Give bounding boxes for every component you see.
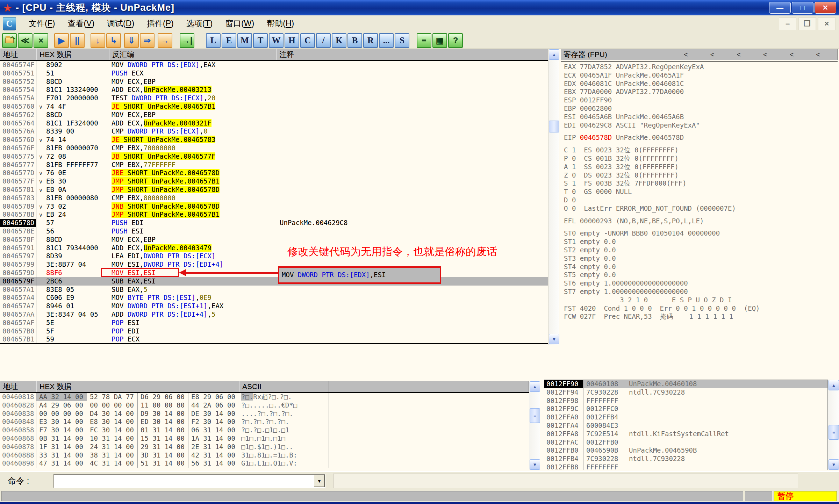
run-to-selection-button[interactable]: → xyxy=(158,33,172,48)
disasm-row[interactable]: 0046578D57PUSH EDIUnPackMe.004629C8 xyxy=(0,219,548,227)
disasm-row[interactable]: 00465775v72 08JB SHORT UnPackMe.0046577F xyxy=(0,152,548,161)
collapse-chevron-icon[interactable]: < xyxy=(710,51,715,59)
executables-window-button[interactable]: E xyxy=(222,33,236,48)
log-window-button[interactable]: L xyxy=(206,33,221,48)
stack-row[interactable]: 0012FFA4600084E3 xyxy=(544,422,827,430)
collapse-chevron-icon[interactable]: < xyxy=(790,51,794,59)
register-line[interactable]: O 0 LastErr ERROR_MOD_NOT_FOUND (0000007… xyxy=(564,204,838,213)
disasm-row[interactable]: 004657AA3E:8347 04 05ADD DWORD PTR DS:[E… xyxy=(0,310,548,319)
register-line[interactable]: ST4 empty 0.0 xyxy=(564,263,838,271)
run-trace-window-button[interactable]: ... xyxy=(379,33,394,48)
disasm-row[interactable]: 0046575151PUSH ECX xyxy=(0,69,548,78)
combo-dropdown-icon[interactable]: ▼ xyxy=(314,475,325,487)
help-button[interactable]: ? xyxy=(448,33,463,48)
disasm-row[interactable]: 0046578BvEB 24JMP SHORT UnPackMe.004657B… xyxy=(0,210,548,219)
menu-item-w[interactable]: 窗口(W) xyxy=(219,16,260,31)
register-line[interactable]: T 0 GS 0000 NULL xyxy=(564,188,838,196)
register-line[interactable]: ST1 empty 0.0 xyxy=(564,238,838,246)
register-line[interactable]: ST3 empty 0.0 xyxy=(564,254,838,263)
menu-item-d[interactable]: 调试(D) xyxy=(101,16,141,31)
register-line[interactable]: ST6 empty 1.0000000000000000000 xyxy=(564,279,838,288)
appearance-button[interactable]: ▦ xyxy=(432,33,447,48)
register-line[interactable]: A 1 SS 0023 32位 0(FFFFFFFF) xyxy=(564,163,838,171)
register-line[interactable]: D 0 xyxy=(564,196,838,204)
menu-item-p[interactable]: 插件(P) xyxy=(141,16,180,31)
disasm-row[interactable]: 0046578E56PUSH ESI xyxy=(0,227,548,236)
register-line[interactable]: ESI 00465A6B UnPackMe.00465A6B xyxy=(564,113,838,121)
dump-row[interactable]: 00460858F7 30 14 00FC 30 14 0001 31 14 0… xyxy=(0,426,529,434)
register-line[interactable]: ST5 empty 0.0 xyxy=(564,271,838,279)
disasm-row[interactable]: 0046576481C1 1F324000ADD ECX,UnPackMe.00… xyxy=(0,119,548,128)
step-over-button[interactable]: ↳ xyxy=(106,33,121,48)
stack-row[interactable]: 0012FF98FFFFFFFF xyxy=(544,397,827,405)
dump-row[interactable]: 00460818AA 32 14 0052 78 DA 77D6 29 06 0… xyxy=(0,393,529,401)
mdi-close-button[interactable]: × xyxy=(818,17,836,30)
register-line[interactable]: EIP 0046578D UnPackMe.0046578D xyxy=(564,134,838,142)
stack-row[interactable]: 0012FF9C0012FFC0 xyxy=(544,405,827,413)
dump-row[interactable]: 00460848E3 30 14 00E8 30 14 00ED 30 14 0… xyxy=(0,418,529,426)
maximize-button[interactable]: □ xyxy=(792,2,813,14)
disasm-row[interactable]: 00465781vEB 0AJMP SHORT UnPackMe.0046578… xyxy=(0,186,548,194)
disasm-scrollbar[interactable]: ▲ ▼ xyxy=(548,49,559,345)
register-line[interactable]: ST7 empty 1.0000000000000000000 xyxy=(564,288,838,296)
call-stack-window-button[interactable]: K xyxy=(332,33,346,48)
disasm-row[interactable]: 0046577Dv76 0EJBE SHORT UnPackMe.0046578… xyxy=(0,169,548,177)
disasm-row[interactable]: 0046578F8BCDMOV ECX,EBP xyxy=(0,236,548,244)
scroll-up-icon[interactable]: ▲ xyxy=(530,381,540,392)
disasm-row[interactable]: 004657993E:8B77 04MOV ESI,DWORD PTR DS:[… xyxy=(0,260,548,269)
register-line[interactable]: ESP 0012FF90 xyxy=(564,96,838,105)
register-line[interactable]: EDX 0046081C UnPackMe.0046081C xyxy=(564,80,838,88)
register-line[interactable]: FST 4020 Cond 1 0 0 0 Err 0 0 1 0 0 0 0 … xyxy=(564,304,838,313)
restart-button[interactable]: ≪ xyxy=(18,33,33,48)
register-line[interactable]: S 1 FS 003B 32位 7FFDF000(FFF) xyxy=(564,179,838,188)
disasm-row[interactable]: 0046575481C1 13324000ADD ECX,UnPackMe.00… xyxy=(0,86,548,94)
disasm-row[interactable]: 0046577781FB FFFFFF77CMP EBX,77FFFFFF xyxy=(0,161,548,169)
scroll-down-icon[interactable]: ▼ xyxy=(530,459,540,470)
register-line[interactable]: EFL 00000293 (NO,B,NE,BE,S,PO,L,LE) xyxy=(564,217,838,225)
disasm-row[interactable]: 0046576A8339 00CMP DWORD PTR DS:[ECX],0 xyxy=(0,127,548,136)
source-window-button[interactable]: S xyxy=(395,33,409,48)
references-window-button[interactable]: R xyxy=(363,33,378,48)
patches-window-button[interactable]: / xyxy=(316,33,331,48)
mdi-minimize-button[interactable]: – xyxy=(779,17,796,30)
disasm-row[interactable]: 0046577FvEB 30JMP SHORT UnPackMe.004657B… xyxy=(0,177,548,186)
stack-row[interactable]: 0012FFB8FFFFFFFF xyxy=(544,463,827,470)
disasm-row[interactable]: 004657A78946 01MOV DWORD PTR DS:[ESI+1],… xyxy=(0,302,548,310)
memory-window-button[interactable]: M xyxy=(237,33,252,48)
register-line[interactable] xyxy=(564,225,838,229)
register-line[interactable]: EBX 77DA0000 ADVAPI32.77DA0000 xyxy=(564,88,838,96)
pause-button[interactable]: || xyxy=(70,33,85,48)
disasm-row[interactable]: 0046575AF701 20000000TEST DWORD PTR DS:[… xyxy=(0,94,548,102)
register-line[interactable]: EDI 004629C8 ASCII "RegOpenKeyExA" xyxy=(564,121,838,130)
open-file-button[interactable]: ↷ xyxy=(2,33,17,48)
step-into-button[interactable]: ↓ xyxy=(91,33,105,48)
register-line[interactable]: P 0 CS 001B 32位 0(FFFFFFFF) xyxy=(564,154,838,163)
disasm-row[interactable]: 00465789v73 02JNB SHORT UnPackMe.0046578… xyxy=(0,202,548,211)
threads-window-button[interactable]: T xyxy=(253,33,268,48)
register-line[interactable] xyxy=(564,213,838,217)
stack-pane[interactable]: 0012FF9000460108UnPackMe.004601080012FF9… xyxy=(544,380,828,470)
disassembly-pane[interactable]: 0046574F8902MOV DWORD PTR DS:[EDX],EAX00… xyxy=(0,60,548,343)
scroll-up-icon[interactable]: ▲ xyxy=(829,380,839,390)
disasm-row[interactable]: 0046579F2BC6SUB EAX,ESI xyxy=(0,277,548,286)
register-line[interactable]: EAX 77DA7852 ADVAPI32.RegOpenKeyExA xyxy=(564,63,838,71)
register-line[interactable]: ST2 empty 0.0 xyxy=(564,246,838,254)
execute-till-return-button[interactable]: →| xyxy=(180,33,194,48)
disasm-row[interactable]: 004657AF5EPOP ESI xyxy=(0,319,548,327)
disasm-row[interactable]: 004657B05FPOP EDI xyxy=(0,327,548,336)
options-list-button[interactable]: ≡ xyxy=(417,33,431,48)
register-line[interactable]: Z 0 DS 0023 32位 0(FFFFFFFF) xyxy=(564,171,838,180)
dump-row[interactable]: 004608680B 31 14 0010 31 14 0015 31 14 0… xyxy=(0,434,529,443)
stack-row[interactable]: 0012FFB47C930228ntdll.7C930228 xyxy=(544,455,827,463)
register-line[interactable]: 3 2 1 0 E S P U O Z D I xyxy=(564,296,838,304)
stack-scrollbar[interactable]: ▲ ≡ ▼ xyxy=(828,380,839,470)
minimize-button[interactable]: — xyxy=(769,2,791,14)
disasm-row[interactable]: 004657528BCDMOV ECX,EBP xyxy=(0,78,548,86)
disasm-row[interactable]: 0046574F8902MOV DWORD PTR DS:[EDX],EAX xyxy=(0,61,548,69)
menu-item-v[interactable]: 查看(V) xyxy=(61,16,101,31)
collapse-chevron-icon[interactable]: < xyxy=(816,51,820,59)
disasm-row[interactable]: 004657B159POP ECX xyxy=(0,335,548,343)
mdi-restore-button[interactable]: ❐ xyxy=(798,17,816,30)
disasm-row[interactable]: 004657628BCDMOV ECX,EBP xyxy=(0,111,548,119)
stack-row[interactable]: 0012FFA87C92E514ntdll.KiFastSystemCallRe… xyxy=(544,430,827,438)
